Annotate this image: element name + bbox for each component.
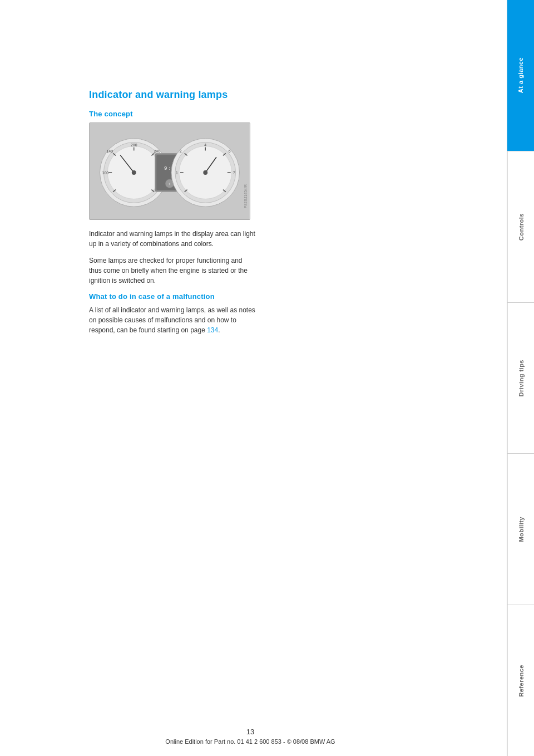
sidebar-section-mobility[interactable]: Mobility [507,454,534,605]
main-content: Indicator and warning lamps The concept [0,0,501,723]
svg-text:2: 2 [180,149,182,153]
svg-text:6: 6 [229,149,231,153]
svg-point-34 [203,170,207,175]
page-container: Indicator and warning lamps The concept [0,0,534,756]
image-watermark: P82SJ1454/R [244,184,248,208]
svg-point-12 [132,170,136,175]
sidebar-label-mobility: Mobility [518,517,525,542]
instrument-cluster-image: 200 240 260 140 100 9 : 1 ✦ [89,122,250,220]
footer: 13 Online Edition for Part no. 01 41 2 6… [0,728,501,745]
body-text-2: Some lamps are checked for proper functi… [89,256,256,286]
sidebar-section-controls[interactable]: Controls [507,151,534,302]
svg-text:240: 240 [154,149,160,153]
footer-text: Online Edition for Part no. 01 41 2 600 … [0,738,501,745]
svg-text:1: 1 [176,171,178,175]
main-title: Indicator and warning lamps [89,89,467,101]
malfunction-page-link[interactable]: 134 [207,326,218,334]
sidebar-label-controls: Controls [518,213,525,240]
malfunction-text-2: . [218,326,220,334]
sidebar-section-reference[interactable]: Reference [507,605,534,756]
svg-text:7: 7 [233,171,235,175]
body-text-1: Indicator and warning lamps in the displ… [89,229,256,249]
malfunction-body-text: A list of all indicator and warning lamp… [89,305,256,335]
svg-text:✦: ✦ [168,182,171,186]
concept-subtitle: The concept [89,110,467,118]
svg-text:200: 200 [131,143,137,147]
svg-text:100: 100 [102,171,109,175]
sidebar-label-at-a-glance: At a glance [517,57,524,93]
sidebar-label-driving-tips: Driving tips [518,360,525,397]
sidebar-section-driving-tips[interactable]: Driving tips [507,303,534,454]
page-number: 13 [0,728,501,736]
sidebar-label-reference: Reference [518,665,525,697]
malfunction-text-1: A list of all indicator and warning lamp… [89,306,255,334]
malfunction-subtitle: What to do in case of a malfunction [89,292,467,301]
svg-text:140: 140 [106,149,113,153]
sidebar-section-at-a-glance[interactable]: At a glance [507,0,534,151]
sidebar: At a glance Controls Driving tips Mobili… [507,0,534,756]
svg-text:4: 4 [204,143,206,147]
